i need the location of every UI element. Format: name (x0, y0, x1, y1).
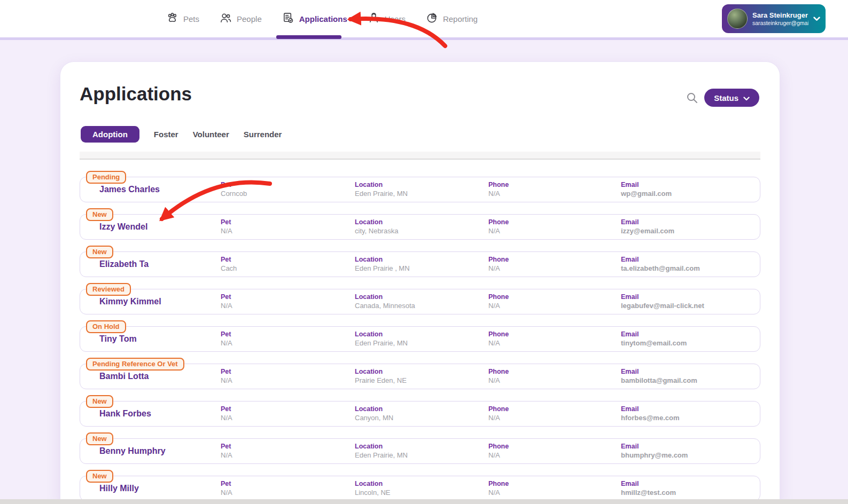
location-label: Location (355, 442, 488, 451)
location-cell: Location Canyon, MN (355, 401, 488, 426)
pet-cell: Pet Cach (221, 252, 355, 277)
phone-value: N/A (488, 451, 621, 460)
pet-value: N/A (221, 227, 355, 235)
nav-item-users[interactable]: Users (368, 12, 406, 26)
tab-foster[interactable]: Foster (154, 126, 178, 143)
pet-label: Pet (221, 405, 355, 413)
pet-value: Cach (221, 264, 355, 273)
location-cell: Location Eden Prairie , MN (355, 252, 488, 277)
email-label: Email (621, 293, 760, 301)
active-nav-indicator (276, 35, 341, 39)
application-row[interactable]: New Hilly Milly Pet N/A Location Lincoln… (80, 476, 760, 501)
nav-label: Pets (183, 14, 199, 23)
application-row-card: James Charles Pet Corncob Location Eden … (80, 177, 760, 202)
email-cell: Email hforbes@me.com (621, 401, 760, 426)
tab-volunteer[interactable]: Volunteer (193, 126, 229, 143)
nav-label: Applications (299, 14, 347, 23)
pet-cell: Pet N/A (221, 327, 355, 351)
application-row[interactable]: On Hold Tiny Tom Pet N/A Location Eden P… (80, 326, 760, 352)
application-row[interactable]: New Benny Humphry Pet N/A Location Eden … (80, 438, 760, 464)
application-row[interactable]: New Elizabeth Ta Pet Cach Location Eden … (80, 251, 760, 277)
application-row-card: Hilly Milly Pet N/A Location Lincoln, NE… (80, 476, 760, 501)
tab-adoption[interactable]: Adoption (81, 126, 139, 143)
location-value: Canyon, MN (355, 414, 488, 422)
application-row[interactable]: New Izzy Wendel Pet N/A Location city, N… (80, 214, 760, 240)
pie-chart-icon (426, 12, 438, 26)
email-link[interactable]: hmillz@test.com (621, 489, 760, 497)
email-link[interactable]: wp@gmail.com (621, 190, 760, 198)
location-value: city, Nebraska (355, 227, 488, 235)
email-link[interactable]: bambilotta@gmail.com (621, 376, 760, 385)
phone-cell: Phone N/A (488, 439, 621, 463)
pet-label: Pet (221, 330, 355, 338)
application-row-card: Tiny Tom Pet N/A Location Eden Prairie, … (80, 326, 760, 352)
email-link[interactable]: hforbes@me.com (621, 414, 760, 422)
application-row[interactable]: Pending Reference Or Vet Bambi Lotta Pet… (80, 364, 760, 389)
location-label: Location (355, 255, 488, 264)
email-label: Email (621, 479, 760, 488)
email-cell: Email wp@gmail.com (621, 177, 760, 202)
pet-cell: Pet N/A (221, 289, 355, 314)
pet-label: Pet (221, 218, 355, 226)
pet-value: Corncob (221, 190, 355, 198)
status-filter-button[interactable]: Status (704, 89, 759, 107)
application-row[interactable]: New Hank Forbes Pet N/A Location Canyon,… (80, 401, 760, 427)
nav-item-reporting[interactable]: Reporting (426, 12, 478, 26)
status-filter-label: Status (714, 93, 738, 103)
email-link[interactable]: tinytom@email.com (621, 339, 760, 348)
pet-value: N/A (221, 376, 355, 385)
location-value: Eden Prairie , MN (355, 264, 488, 273)
location-label: Location (355, 330, 488, 338)
pet-cell: Pet N/A (221, 439, 355, 463)
application-row[interactable]: Pending James Charles Pet Corncob Locati… (80, 177, 760, 202)
pet-cell: Pet N/A (221, 401, 355, 426)
email-link[interactable]: bhumphry@me.com (621, 451, 760, 460)
location-label: Location (355, 218, 488, 226)
email-cell: Email bhumphry@me.com (621, 439, 760, 463)
nav-item-applications[interactable]: Applications (282, 12, 347, 26)
phone-label: Phone (488, 293, 621, 301)
application-row-card: Izzy Wendel Pet N/A Location city, Nebra… (80, 214, 760, 240)
email-link[interactable]: legabufev@mail-click.net (621, 302, 760, 310)
nav-item-people[interactable]: People (220, 12, 262, 26)
nav-label: People (237, 14, 262, 23)
status-badge: Reviewed (86, 283, 131, 296)
tab-surrender[interactable]: Surrender (244, 126, 282, 143)
email-label: Email (621, 405, 760, 413)
phone-cell: Phone N/A (488, 476, 621, 501)
pet-label: Pet (221, 442, 355, 451)
status-badge: New (86, 395, 113, 408)
phone-cell: Phone N/A (488, 215, 621, 239)
chevron-down-icon (743, 93, 750, 103)
user-menu-button[interactable]: Sara Steinkruger sarasteinkruger@gmail.c… (722, 4, 826, 33)
phone-value: N/A (488, 414, 621, 422)
header-divider (0, 37, 848, 40)
pet-cell: Pet Corncob (221, 177, 355, 202)
phone-value: N/A (488, 227, 621, 235)
location-value: Eden Prairie, MN (355, 190, 488, 198)
email-label: Email (621, 255, 760, 264)
nav-item-pets[interactable]: Pets (166, 12, 199, 26)
applications-list: Pending James Charles Pet Corncob Locati… (80, 177, 760, 504)
status-badge: Pending Reference Or Vet (86, 358, 184, 371)
pet-value: N/A (221, 451, 355, 460)
location-label: Location (355, 405, 488, 413)
user-name: Sara Steinkruger (752, 11, 808, 20)
location-value: Prairie Eden, NE (355, 376, 488, 385)
email-link[interactable]: izzy@email.com (621, 227, 760, 235)
email-label: Email (621, 330, 760, 338)
location-label: Location (355, 293, 488, 301)
search-button[interactable] (686, 91, 698, 104)
people-icon (220, 12, 232, 26)
phone-label: Phone (488, 218, 621, 226)
location-label: Location (355, 180, 488, 189)
nav-label: Reporting (443, 14, 478, 23)
main-nav: Pets People Applications Users (166, 0, 478, 37)
pet-value: N/A (221, 489, 355, 497)
email-link[interactable]: ta.elizabeth@gmail.com (621, 264, 760, 273)
application-row[interactable]: Reviewed Kimmy Kimmel Pet N/A Location C… (80, 289, 760, 314)
user-info: Sara Steinkruger sarasteinkruger@gmail.c… (752, 11, 808, 27)
phone-cell: Phone N/A (488, 327, 621, 351)
pet-cell: Pet N/A (221, 476, 355, 501)
location-value: Eden Prairie, MN (355, 451, 488, 460)
